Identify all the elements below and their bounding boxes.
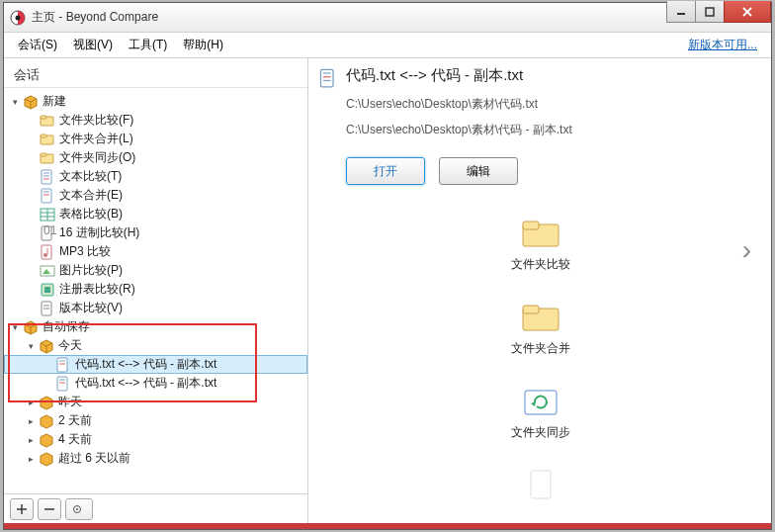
tree-item-version-compare[interactable]: 版本比较(V) (4, 299, 307, 317)
menu-help[interactable]: 帮助(H) (175, 34, 231, 56)
registry-compare-icon (40, 282, 55, 298)
tree-item-mp3-compare[interactable]: MP3 比较 (4, 242, 307, 261)
mp3-compare-icon (40, 244, 55, 260)
svg-marker-50 (41, 453, 52, 466)
svg-point-1 (16, 15, 21, 20)
menu-tools[interactable]: 工具(T) (121, 34, 175, 56)
tree-label: 文件夹同步(O) (59, 149, 135, 166)
svg-rect-27 (42, 245, 51, 259)
tree-group-new[interactable]: ▾ 新建 (4, 92, 307, 111)
tree-group-2days[interactable]: ▸2 天前 (4, 411, 307, 430)
tree-item-table-compare[interactable]: 表格比较(B) (4, 205, 307, 223)
tree-label: 2 天前 (58, 412, 92, 429)
session-tree[interactable]: ▾ 新建 文件夹比较(F) 文件夹合并(L) 文件夹同步(O) 文本比较(T) … (4, 88, 307, 493)
svg-rect-3 (706, 8, 714, 16)
svg-rect-63 (523, 306, 539, 313)
svg-rect-41 (57, 358, 67, 372)
version-compare-icon (40, 301, 55, 316)
category-label: 文件夹比较 (511, 256, 570, 273)
tree-label: 版本比较(V) (59, 300, 123, 316)
svg-marker-47 (41, 397, 52, 409)
tree-item-picture-compare[interactable]: 图片比较(P) (4, 261, 307, 280)
tree-label: 图片比较(P) (59, 262, 123, 279)
update-link[interactable]: 新版本可用... (688, 37, 765, 53)
category-more[interactable] (486, 469, 595, 502)
folder-sync-icon (40, 150, 55, 166)
table-compare-icon (40, 207, 55, 222)
box-icon (39, 395, 54, 410)
tree-label: 今天 (58, 337, 82, 354)
folder-sync-icon (521, 385, 560, 418)
folder-merge-icon (40, 132, 55, 147)
tree-label: 4 天前 (58, 431, 92, 448)
tree-session-item[interactable]: 代码.txt <--> 代码 - 副本.txt (4, 374, 307, 393)
text-compare-icon (55, 376, 71, 392)
edit-button[interactable]: 编辑 (439, 157, 518, 185)
maximize-button[interactable] (695, 1, 725, 23)
tree-label: 自动保存 (43, 318, 90, 335)
scroll-right-icon[interactable]: › (742, 234, 751, 266)
minimize-button[interactable] (666, 1, 696, 23)
remove-button[interactable] (38, 498, 61, 520)
document-icon (521, 469, 560, 502)
tree-item-folder-compare[interactable]: 文件夹比较(F) (4, 111, 307, 130)
text-compare-icon (40, 169, 55, 185)
sidebar-header: 会话 (4, 58, 307, 88)
session-title: 代码.txt <--> 代码 - 副本.txt (346, 66, 523, 85)
svg-rect-61 (523, 222, 539, 229)
app-icon (10, 10, 26, 26)
box-icon (39, 338, 54, 354)
svg-text:01: 01 (43, 223, 57, 237)
folder-icon (521, 301, 560, 334)
tree-item-text-merge[interactable]: 文本合并(E) (4, 186, 307, 205)
tree-group-autosave[interactable]: ▾ 自动保存 (4, 317, 307, 336)
tree-label: 注册表比较(R) (59, 281, 135, 298)
tree-item-registry-compare[interactable]: 注册表比较(R) (4, 280, 307, 299)
tree-group-4days[interactable]: ▸4 天前 (4, 430, 307, 449)
tree-label: 文件夹合并(L) (59, 131, 133, 147)
tree-label: 16 进制比较(H) (59, 224, 139, 241)
session-path-right: C:\Users\echo\Desktop\素材\代码 - 副本.txt (346, 120, 763, 139)
config-button[interactable] (65, 498, 93, 520)
text-merge-icon (40, 188, 55, 204)
hex-compare-icon: 01 (40, 225, 55, 241)
tree-label: 新建 (43, 93, 66, 110)
box-icon (39, 451, 54, 467)
tree-label: 超过 6 天以前 (58, 450, 130, 467)
tree-label: 文件夹比较(F) (59, 112, 133, 129)
svg-marker-48 (41, 415, 52, 428)
tree-label: 代码.txt <--> 代码 - 副本.txt (75, 375, 216, 392)
menu-session[interactable]: 会话(S) (10, 34, 65, 56)
category-folder-merge[interactable]: 文件夹合并 (486, 301, 595, 357)
tree-item-hex-compare[interactable]: 0116 进制比较(H) (4, 223, 307, 242)
box-icon (39, 432, 54, 448)
tree-session-item[interactable]: 代码.txt <--> 代码 - 副本.txt (4, 355, 307, 374)
category-label: 文件夹合并 (511, 340, 570, 357)
tree-item-text-compare[interactable]: 文本比较(T) (4, 167, 307, 186)
box-icon (23, 319, 39, 335)
tree-label: 表格比较(B) (59, 206, 123, 222)
tree-group-6days[interactable]: ▸超过 6 天以前 (4, 449, 307, 468)
svg-rect-13 (41, 153, 46, 156)
svg-point-28 (43, 253, 47, 257)
tree-group-today[interactable]: ▾ 今天 (4, 336, 307, 355)
open-button[interactable]: 打开 (346, 157, 425, 185)
tree-item-folder-sync[interactable]: 文件夹同步(O) (4, 148, 307, 167)
session-path-left: C:\Users\echo\Desktop\素材\代码.txt (346, 94, 763, 114)
svg-rect-66 (531, 471, 551, 498)
category-folder-compare[interactable]: 文件夹比较 (486, 217, 595, 273)
svg-rect-11 (41, 134, 46, 137)
text-compare-icon (55, 357, 71, 373)
tree-label: 文本比较(T) (59, 168, 122, 185)
svg-rect-14 (42, 170, 51, 184)
close-button[interactable] (724, 1, 771, 23)
menu-view[interactable]: 视图(V) (65, 34, 121, 56)
tree-label: 文本合并(E) (59, 187, 123, 204)
tree-item-folder-merge[interactable]: 文件夹合并(L) (4, 130, 307, 148)
tree-group-yesterday[interactable]: ▸昨天 (4, 393, 307, 411)
text-compare-icon (318, 68, 338, 88)
picture-compare-icon (40, 263, 55, 279)
svg-rect-56 (321, 69, 334, 87)
add-button[interactable] (10, 498, 34, 520)
category-folder-sync[interactable]: 文件夹同步 (486, 385, 595, 441)
